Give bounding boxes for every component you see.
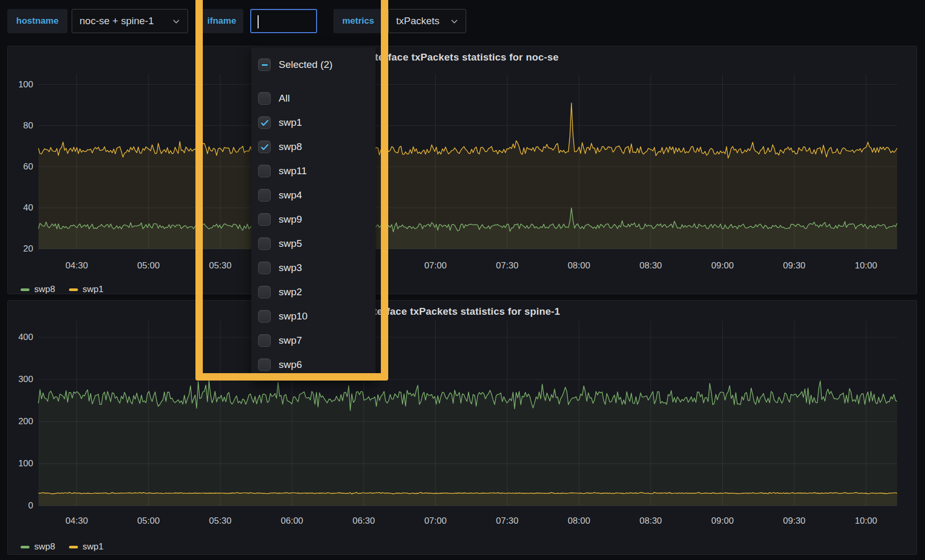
panel-legend: swp8swp1: [21, 284, 103, 295]
metrics-variable-label: metrics: [333, 9, 383, 33]
dropdown-option-swp7[interactable]: swp7: [251, 328, 376, 353]
legend-series-label: swp1: [83, 542, 104, 552]
dropdown-option-label: swp11: [279, 165, 307, 177]
ifname-variable-label: ifname: [200, 9, 243, 33]
legend-item-swp8[interactable]: swp8: [21, 542, 55, 552]
checked-checkbox-icon[interactable]: [258, 116, 271, 129]
x-axis-tick-label: 09:30: [776, 261, 813, 271]
y-axis-tick-label: 200: [7, 416, 33, 427]
y-axis-tick-label: 100: [7, 79, 33, 90]
dropdown-option-all[interactable]: All: [251, 86, 376, 111]
unchecked-checkbox-icon[interactable]: [258, 92, 271, 105]
hostname-label-text: hostname: [16, 16, 58, 26]
chevron-down-icon: [172, 17, 180, 25]
ifname-label-text: ifname: [208, 16, 237, 26]
x-axis-tick-label: 09:30: [776, 516, 813, 526]
x-axis-tick-label: 10:00: [848, 516, 884, 526]
metrics-variable-select[interactable]: txPackets: [388, 9, 466, 33]
y-axis-tick-label: 100: [7, 458, 33, 469]
dropdown-option-swp10[interactable]: swp10: [251, 304, 376, 328]
x-axis-tick-label: 09:00: [704, 516, 741, 526]
dropdown-option-swp11[interactable]: swp11: [251, 159, 376, 183]
dropdown-option-label: swp8: [279, 141, 302, 153]
legend-series-label: swp8: [34, 284, 55, 295]
x-axis-tick-label: 10:00: [848, 261, 884, 271]
dropdown-option-swp2[interactable]: swp2: [251, 280, 376, 304]
x-axis-tick-label: 05:00: [130, 261, 167, 271]
legend-item-swp8[interactable]: swp8: [21, 284, 55, 295]
x-axis-tick-label: 08:00: [560, 516, 597, 526]
x-axis-tick-label: 04:30: [58, 261, 95, 271]
dropdown-option-label: swp7: [279, 335, 302, 346]
legend-item-swp1[interactable]: swp1: [69, 542, 104, 552]
legend-series-label: swp8: [34, 542, 55, 552]
dropdown-option-label: Selected (2): [279, 59, 332, 71]
x-axis-tick-label: 08:00: [560, 261, 597, 271]
unchecked-checkbox-icon[interactable]: [258, 262, 271, 274]
dropdown-option-label: swp1: [279, 117, 302, 128]
x-axis-tick-label: 08:30: [632, 516, 669, 526]
checked-checkbox-icon[interactable]: [258, 141, 271, 153]
legend-series-swatch: [69, 546, 78, 548]
y-axis-tick-label: 0: [7, 501, 33, 511]
dropdown-option-swp6[interactable]: swp6: [251, 353, 376, 377]
x-axis-tick-label: 05:00: [130, 516, 167, 526]
unchecked-checkbox-icon[interactable]: [258, 286, 271, 298]
unchecked-checkbox-icon[interactable]: [258, 165, 271, 177]
y-axis-tick-label: 400: [7, 332, 33, 343]
dropdown-option-label: swp3: [279, 262, 302, 274]
legend-series-swatch: [21, 546, 29, 548]
dropdown-option-label: swp4: [279, 189, 302, 201]
y-axis-tick-label: 80: [7, 121, 33, 131]
time-series-plot[interactable]: 2040608010004:3005:0005:3006:0006:3007:0…: [8, 46, 917, 294]
x-axis-tick-label: 05:30: [202, 261, 239, 271]
hostname-variable-select[interactable]: noc-se + spine-1: [72, 9, 188, 33]
x-axis-tick-label: 07:00: [417, 261, 454, 271]
dropdown-option-swp3[interactable]: swp3: [251, 256, 376, 280]
unchecked-checkbox-icon[interactable]: [258, 189, 271, 202]
y-axis-tick-label: 60: [7, 162, 33, 172]
grafana-dashboard: hostname noc-se + spine-1 ifname metrics…: [0, 0, 925, 560]
ifname-input-field[interactable]: [251, 10, 316, 32]
legend-series-swatch: [69, 288, 78, 291]
x-axis-tick-label: 04:30: [58, 516, 95, 526]
legend-series-swatch: [21, 288, 29, 291]
text-caret: [258, 15, 259, 28]
chevron-down-icon: [450, 17, 458, 25]
dropdown-option-label: swp6: [279, 359, 302, 371]
x-axis-tick-label: 07:30: [489, 516, 526, 526]
x-axis-tick-label: 06:00: [273, 516, 310, 526]
hostname-variable-label: hostname: [7, 9, 67, 33]
dropdown-option-swp1[interactable]: swp1: [251, 111, 376, 135]
dropdown-option-swp9[interactable]: swp9: [251, 207, 376, 232]
time-series-plot[interactable]: 010020030040004:3005:0005:3006:0006:3007…: [8, 301, 917, 554]
legend-series-label: swp1: [83, 284, 104, 295]
y-axis-tick-label: 40: [7, 203, 33, 213]
ifname-input[interactable]: [250, 9, 317, 33]
unchecked-checkbox-icon[interactable]: [258, 213, 271, 226]
unchecked-checkbox-icon[interactable]: [258, 237, 271, 250]
metrics-value-text: txPackets: [396, 15, 439, 27]
dropdown-option-swp8[interactable]: swp8: [251, 135, 376, 159]
legend-item-swp1[interactable]: swp1: [69, 284, 104, 295]
x-axis-tick-label: 07:30: [489, 261, 526, 271]
x-axis-tick-label: 05:30: [202, 516, 239, 526]
y-axis-tick-label: 300: [7, 374, 33, 385]
panel-noc-se: Interface txPackets statistics for noc-s…: [7, 46, 917, 294]
x-axis-tick-label: 06:30: [346, 516, 382, 526]
panel-spine-1: Interface txPackets statistics for spine…: [7, 300, 917, 555]
dropdown-option-label: swp10: [279, 311, 308, 322]
unchecked-checkbox-icon[interactable]: [258, 310, 271, 323]
dropdown-option-swp4[interactable]: swp4: [251, 183, 376, 207]
ifname-dropdown-list[interactable]: Selected (2)Allswp1swp8swp11swp4swp9swp5…: [251, 47, 376, 381]
dropdown-option-label: swp2: [279, 286, 302, 298]
panel-legend: swp8swp1: [21, 542, 103, 552]
dropdown-option-swp5[interactable]: swp5: [251, 232, 376, 256]
dropdown-option-label: swp5: [279, 238, 302, 249]
dropdown-option-selected-2-[interactable]: Selected (2): [251, 53, 376, 77]
indeterminate-checkbox-icon[interactable]: [258, 58, 271, 71]
unchecked-checkbox-icon[interactable]: [258, 358, 271, 371]
dropdown-option-label: swp9: [279, 214, 302, 225]
x-axis-tick-label: 09:00: [704, 261, 741, 271]
unchecked-checkbox-icon[interactable]: [258, 334, 271, 347]
